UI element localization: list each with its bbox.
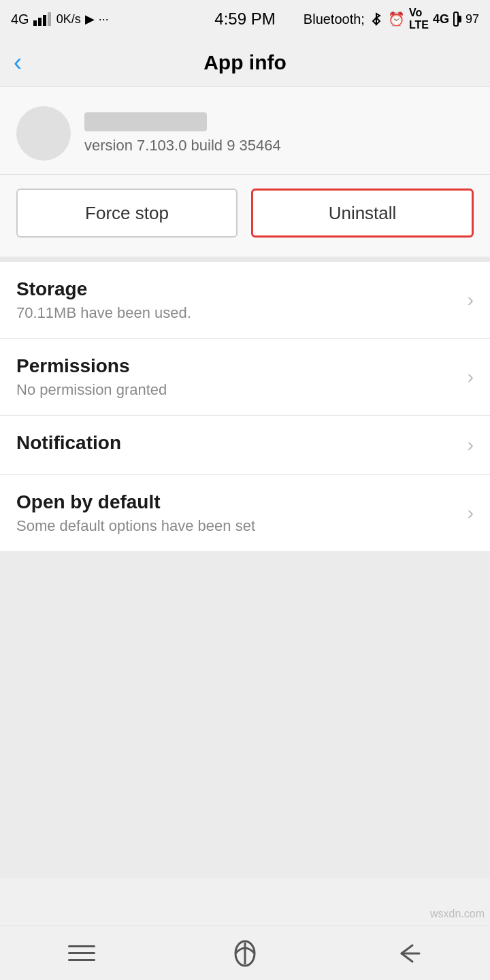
storage-subtitle: 70.11MB have been used. <box>16 304 459 322</box>
home-icon <box>230 940 260 967</box>
page-title: App info <box>203 51 287 74</box>
watermark: wsxdn.com <box>430 908 485 920</box>
4g-label: 4G <box>433 12 449 27</box>
notification-title: Notification <box>16 432 459 454</box>
svg-rect-2 <box>43 15 46 26</box>
action-buttons: Force stop Uninstall <box>0 175 490 262</box>
hamburger-icon <box>68 945 95 961</box>
content-spacer <box>0 552 490 879</box>
svg-rect-1 <box>38 18 42 26</box>
recording-icon: ▶ <box>85 12 95 27</box>
battery-percentage: 97 <box>466 12 479 27</box>
volte-label: VoLTE <box>409 7 429 31</box>
app-header: version 7.103.0 build 9 35464 <box>0 87 490 175</box>
app-version: version 7.103.0 build 9 35464 <box>84 137 281 154</box>
notification-item[interactable]: Notification › <box>0 416 490 475</box>
menu-button[interactable] <box>61 936 102 970</box>
data-speed: 0K/s <box>56 12 81 27</box>
notification-chevron-icon: › <box>468 434 474 456</box>
storage-chevron-icon: › <box>468 289 474 311</box>
back-button[interactable]: ‹ <box>14 50 22 75</box>
storage-item[interactable]: Storage 70.11MB have been used. › <box>0 262 490 339</box>
status-bar: 4G 0K/s ▶ ··· 4:59 PM Bluetooth; ⏰ VoLTE… <box>0 0 490 38</box>
notification-text: Notification <box>16 432 459 458</box>
home-button[interactable] <box>225 936 265 970</box>
svg-rect-3 <box>48 12 51 26</box>
uninstall-button[interactable]: Uninstall <box>251 189 474 238</box>
signal-icon <box>33 12 52 26</box>
open-by-default-subtitle: Some default options have been set <box>16 517 459 535</box>
battery-indicator <box>453 12 459 27</box>
app-icon <box>16 106 71 161</box>
app-info-text: version 7.103.0 build 9 35464 <box>84 112 281 154</box>
status-time: 4:59 PM <box>214 10 275 29</box>
open-by-default-item[interactable]: Open by default Some default options hav… <box>0 475 490 552</box>
permissions-text: Permissions No permission granted <box>16 355 459 399</box>
permissions-chevron-icon: › <box>468 366 474 388</box>
force-stop-button[interactable]: Force stop <box>16 189 238 238</box>
open-by-default-chevron-icon: › <box>468 502 474 524</box>
app-name-placeholder <box>84 112 207 131</box>
open-by-default-text: Open by default Some default options hav… <box>16 491 459 535</box>
svg-rect-0 <box>33 20 37 26</box>
status-right: Bluetooth; ⏰ VoLTE 4G 97 <box>304 7 479 31</box>
dots-icon: ··· <box>99 12 109 27</box>
permissions-item[interactable]: Permissions No permission granted › <box>0 339 490 416</box>
storage-text: Storage 70.11MB have been used. <box>16 278 459 322</box>
bluetooth-icon: Bluetooth; <box>304 12 365 27</box>
bluetooth-icon <box>369 12 384 26</box>
back-nav-button[interactable] <box>388 936 429 970</box>
open-by-default-title: Open by default <box>16 491 459 513</box>
network-label: 4G <box>11 12 29 27</box>
permissions-title: Permissions <box>16 355 459 377</box>
bottom-nav <box>0 926 490 980</box>
permissions-subtitle: No permission granted <box>16 381 459 399</box>
storage-title: Storage <box>16 278 459 300</box>
top-nav: ‹ App info <box>0 38 490 87</box>
alarm-icon: ⏰ <box>388 11 405 27</box>
back-nav-icon <box>393 941 423 966</box>
settings-list: Storage 70.11MB have been used. › Permis… <box>0 262 490 552</box>
status-left: 4G 0K/s ▶ ··· <box>11 12 109 27</box>
